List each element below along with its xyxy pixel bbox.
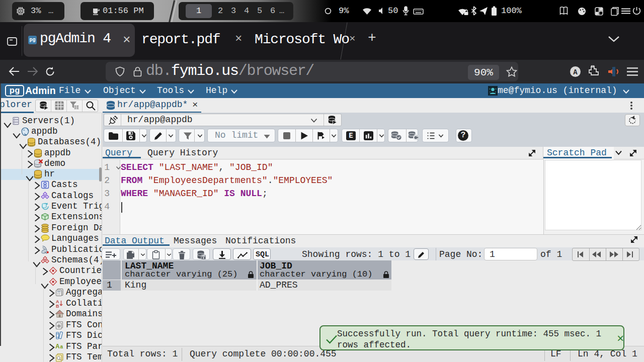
svg-text:a: a — [60, 344, 63, 349]
svg-text:B: B — [56, 304, 59, 308]
svg-text:A: A — [573, 68, 578, 76]
svg-text:A: A — [55, 343, 60, 350]
